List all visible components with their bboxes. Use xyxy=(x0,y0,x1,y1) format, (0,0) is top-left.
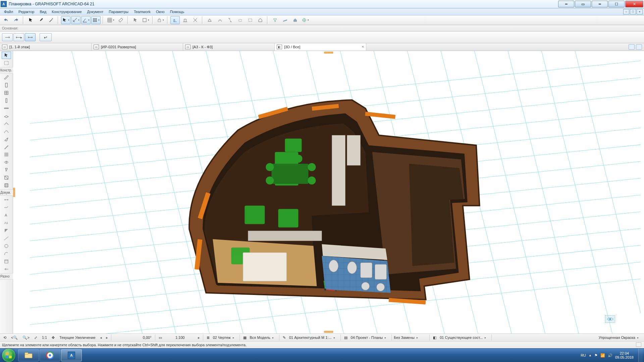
dd-icon[interactable]: ▸ xyxy=(485,336,489,339)
dd-icon[interactable]: ▸ xyxy=(417,336,421,339)
box-icon[interactable]: ▾ xyxy=(141,16,150,24)
book-icon[interactable]: ▤ xyxy=(343,336,349,340)
view-eye-icon[interactable] xyxy=(605,315,615,323)
minimize2-button[interactable]: ━ xyxy=(592,1,608,7)
filter-a-icon[interactable] xyxy=(270,16,280,24)
pen-icon[interactable]: ✎ xyxy=(281,336,287,340)
nav-prev-icon[interactable]: ◂ xyxy=(99,336,103,340)
dimension-tool-icon[interactable] xyxy=(2,196,11,203)
pin-a-icon[interactable] xyxy=(629,44,635,50)
status-icon[interactable]: ◧ xyxy=(432,336,438,340)
cursor-mode-icon[interactable]: ▾ xyxy=(61,16,70,24)
area-b-icon[interactable] xyxy=(215,16,225,24)
zoom-reset-icon[interactable]: ⟲ xyxy=(2,336,8,340)
redo-icon[interactable] xyxy=(11,16,21,24)
tab-sheet[interactable]: ▭ [А3 - К - Ф3] xyxy=(183,43,275,51)
globe-icon[interactable]: ▾ xyxy=(301,16,310,24)
magic-wand-icon[interactable] xyxy=(46,16,56,24)
tab-floorplan[interactable]: ▭ [1. 1-й этаж] xyxy=(0,43,92,51)
shell-tool-icon[interactable] xyxy=(2,128,11,135)
lamp-tool-icon[interactable] xyxy=(2,166,11,174)
eyedropper-icon[interactable] xyxy=(36,16,46,24)
pin-b-icon[interactable] xyxy=(636,44,642,50)
tab-section[interactable]: ▭ [ИР-0201 Развертка] xyxy=(92,43,183,51)
dd-icon[interactable]: ▸ xyxy=(272,336,277,339)
restore-button[interactable]: ▭ xyxy=(575,1,591,7)
nav-next-icon[interactable]: ▸ xyxy=(105,336,109,340)
measure-a-icon[interactable] xyxy=(170,16,180,24)
menu-window[interactable]: Окно xyxy=(153,9,167,14)
doc-min-icon[interactable]: – xyxy=(623,9,629,14)
measure-b-icon[interactable] xyxy=(180,16,190,24)
section-tool-icon[interactable] xyxy=(2,265,11,273)
arch-value[interactable]: 01 Архитектурный М 1:... xyxy=(289,336,332,340)
menu-edit[interactable]: Редактор xyxy=(16,9,37,14)
tray-sound-icon[interactable]: 🔊 xyxy=(608,353,612,358)
ruler-icon[interactable] xyxy=(116,16,125,24)
zoom-prev-icon[interactable]: <🔍 xyxy=(10,336,19,340)
left-handle-icon[interactable] xyxy=(13,188,15,197)
cancel-x-icon[interactable] xyxy=(191,16,200,24)
page-icon[interactable]: ▭ xyxy=(157,336,163,340)
column-tool-icon[interactable] xyxy=(2,97,11,104)
task-explorer[interactable] xyxy=(18,349,39,361)
menu-view[interactable]: Вид xyxy=(37,9,49,14)
menu-teamwork[interactable]: Teamwork xyxy=(131,9,153,14)
show-desktop-button[interactable] xyxy=(638,349,643,362)
menu-design[interactable]: Конструирование xyxy=(49,9,84,14)
shading-value[interactable]: Упрощенная Окраска xyxy=(599,336,635,340)
trace-a-icon[interactable]: ⟶ xyxy=(2,33,13,41)
arrow-tool-icon[interactable] xyxy=(2,52,11,59)
snap-grid-icon[interactable]: ▾ xyxy=(91,16,101,24)
doc-close-icon[interactable]: × xyxy=(637,9,643,14)
scale-value[interactable]: 1:100 xyxy=(165,336,195,340)
text-tool-icon[interactable]: A xyxy=(2,212,11,219)
zoom-pan-icon[interactable]: ✥ xyxy=(50,336,56,340)
label-tool-icon[interactable]: A1 xyxy=(2,219,11,227)
scale-dd-icon[interactable]: ▸ xyxy=(197,336,201,340)
selection-arrow-icon[interactable] xyxy=(131,16,140,24)
replace-value[interactable]: Без Замены xyxy=(394,336,415,340)
drawing-value[interactable]: 02 Чертеж xyxy=(213,336,231,340)
task-archicad[interactable]: A xyxy=(61,349,82,361)
tray-flag-icon[interactable]: ⚑ xyxy=(594,353,598,358)
zoom-next-icon[interactable]: 🔍> xyxy=(21,336,31,340)
hint-right-icon[interactable] xyxy=(636,342,641,347)
zoom-fit-icon[interactable]: ⤢ xyxy=(33,336,39,340)
trace-cursor-icon[interactable]: ▸ ▾ xyxy=(40,33,52,41)
start-button[interactable] xyxy=(2,349,15,362)
area-a-icon[interactable] xyxy=(205,16,215,24)
morph-tool-icon[interactable] xyxy=(2,135,11,143)
marquee-tool-icon[interactable] xyxy=(2,59,11,67)
snap-angle-icon[interactable]: ▾ xyxy=(81,16,91,24)
rect-crop-icon[interactable] xyxy=(225,16,235,24)
rect-dash-icon[interactable] xyxy=(246,16,255,24)
circle-tool-icon[interactable] xyxy=(2,242,11,250)
project-value[interactable]: 04 Проект - Планы xyxy=(351,336,383,340)
mesh-tool-icon[interactable] xyxy=(2,151,11,158)
model-value[interactable]: Вся Модель xyxy=(250,336,270,340)
model-icon[interactable]: ▦ xyxy=(242,336,248,340)
grid-options-icon[interactable]: ▾ xyxy=(106,16,115,24)
tab-close-icon[interactable]: × xyxy=(362,45,364,49)
trace-b-icon[interactable]: ⟵▸ xyxy=(13,33,24,41)
drawing-tool-icon[interactable] xyxy=(2,258,11,265)
menu-document[interactable]: Документ xyxy=(85,9,106,14)
dd-icon[interactable]: ▸ xyxy=(233,336,237,339)
doc-max-icon[interactable]: □ xyxy=(630,9,636,14)
layers-icon[interactable]: ≣ xyxy=(205,336,211,340)
curtain-tool-icon[interactable] xyxy=(2,182,11,189)
zoom-100-icon[interactable]: 1:1 xyxy=(41,336,48,340)
undo-icon[interactable] xyxy=(1,16,11,24)
wall-tool-icon[interactable] xyxy=(2,74,11,81)
roof-tool-icon[interactable] xyxy=(2,120,11,127)
home-icon[interactable] xyxy=(290,16,300,24)
angle-value[interactable]: 0,00° xyxy=(113,336,153,340)
snap-perp-icon[interactable]: ▾ xyxy=(71,16,80,24)
tab-3d[interactable]: ◧ [3D / Все] × xyxy=(275,43,366,51)
menu-help[interactable]: Помощь xyxy=(167,9,187,14)
select-dark-icon[interactable] xyxy=(26,16,36,24)
arc-tool-icon[interactable] xyxy=(2,250,11,257)
door-tool-icon[interactable] xyxy=(2,81,11,89)
viewport-3d[interactable]: x xyxy=(13,51,644,334)
